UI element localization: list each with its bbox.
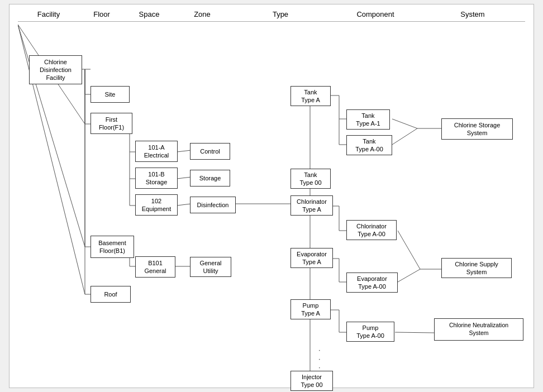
node-zone-control: Control (190, 143, 230, 160)
node-evaporator-type-a: Evaporator Type A (290, 248, 333, 268)
node-tank-type-a00: Tank Type A-00 (346, 135, 392, 155)
node-b101: B101 General (135, 256, 175, 278)
node-zone-general: General Utility (190, 257, 231, 277)
node-tank-type-a1: Tank Type A-1 (346, 109, 390, 130)
node-injector-type-00: Injector Type 00 (290, 371, 333, 391)
node-space-102: 102 Equipment (135, 194, 178, 216)
svg-line-47 (395, 332, 434, 333)
header-zone: Zone (174, 10, 230, 18)
node-chlorinator-type-a: Chlorinator Type A (290, 195, 333, 216)
node-zone-disinfection: Disinfection (190, 197, 236, 213)
svg-line-42 (398, 269, 420, 282)
node-site: Site (90, 86, 130, 103)
header-space: Space (124, 10, 174, 18)
svg-line-41 (398, 231, 420, 269)
node-pump-type-a: Pump Type A (290, 299, 331, 319)
svg-line-32 (392, 119, 417, 128)
svg-line-18 (177, 177, 191, 179)
node-facility: Chlorine Disinfection Facility (29, 55, 82, 84)
node-tank-type-00: Tank Type 00 (290, 169, 331, 189)
diagram-body: Chlorine Disinfection Facility Site Firs… (18, 25, 525, 382)
header-component: Component (331, 10, 420, 18)
header-system: System (420, 10, 525, 18)
node-chlorine-supply: Chlorine Supply System (441, 258, 512, 278)
node-space-101a: 101-A Electrical (135, 141, 178, 162)
node-chlorine-storage: Chlorine Storage System (441, 118, 513, 140)
node-zone-storage: Storage (190, 170, 230, 187)
node-chlorine-neutralization: Chlorine Neutralization System (434, 318, 523, 341)
node-basement: Basement Floor(B1) (90, 236, 134, 258)
svg-line-33 (392, 128, 417, 145)
node-chlorinator-type-a00: Chlorinator Type A-00 (346, 220, 397, 240)
node-tank-type-a: Tank Type A (290, 86, 331, 106)
node-evaporator-type-a00: Evaporator Type A-00 (346, 273, 398, 293)
node-first-floor: First Floor(F1) (90, 113, 132, 134)
header-floor: Floor (79, 10, 124, 18)
node-dots: ··· (318, 346, 321, 372)
node-roof: Roof (90, 286, 131, 303)
svg-line-17 (177, 150, 191, 152)
node-pump-type-a00: Pump Type A-00 (346, 322, 394, 342)
diagram-container: Facility Floor Space Zone Type Component… (9, 4, 534, 388)
header-type: Type (230, 10, 331, 18)
header-facility: Facility (18, 10, 79, 18)
node-space-101b: 101-B Storage (135, 168, 178, 189)
svg-line-19 (177, 204, 191, 205)
